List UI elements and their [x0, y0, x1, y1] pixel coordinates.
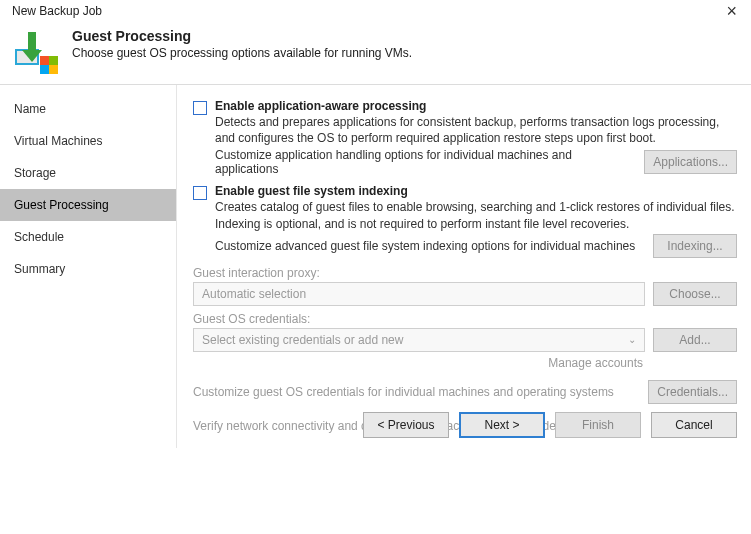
- chevron-down-icon: ⌄: [628, 334, 636, 345]
- sidebar-item-guest-processing[interactable]: Guest Processing: [0, 189, 176, 221]
- page-subtitle: Choose guest OS processing options avail…: [72, 46, 412, 60]
- previous-button[interactable]: < Previous: [363, 412, 449, 438]
- option-title: Enable guest file system indexing: [215, 184, 737, 198]
- finish-button[interactable]: Finish: [555, 412, 641, 438]
- sidebar-item-virtual-machines[interactable]: Virtual Machines: [0, 125, 176, 157]
- sidebar-item-label: Name: [14, 102, 46, 116]
- option-file-indexing: Enable guest file system indexing Create…: [193, 184, 737, 257]
- option-action-text: Customize advanced guest file system ind…: [215, 239, 645, 253]
- sidebar-item-label: Guest Processing: [14, 198, 109, 212]
- svg-rect-4: [49, 56, 58, 65]
- guest-processing-icon: [14, 28, 60, 74]
- main-panel: Enable application-aware processing Dete…: [177, 85, 751, 448]
- option-action-text: Customize application handling options f…: [215, 148, 636, 176]
- close-icon[interactable]: ×: [722, 4, 741, 18]
- sidebar-item-summary[interactable]: Summary: [0, 253, 176, 285]
- credentials-button[interactable]: Credentials...: [648, 380, 737, 404]
- checkbox-file-indexing[interactable]: [193, 186, 207, 200]
- sidebar: Name Virtual Machines Storage Guest Proc…: [0, 85, 177, 448]
- credentials-placeholder: Select existing credentials or add new: [202, 333, 403, 347]
- option-desc: Creates catalog of guest files to enable…: [215, 199, 737, 231]
- manage-accounts-link[interactable]: Manage accounts: [193, 356, 737, 370]
- sidebar-item-label: Schedule: [14, 230, 64, 244]
- wizard-footer: < Previous Next > Finish Cancel: [363, 412, 737, 438]
- sidebar-item-schedule[interactable]: Schedule: [0, 221, 176, 253]
- option-title: Enable application-aware processing: [215, 99, 737, 113]
- window-title: New Backup Job: [12, 4, 102, 18]
- cancel-button[interactable]: Cancel: [651, 412, 737, 438]
- option-desc: Detects and prepares applications for co…: [215, 114, 737, 146]
- sidebar-item-label: Storage: [14, 166, 56, 180]
- titlebar: New Backup Job ×: [0, 0, 751, 22]
- sidebar-item-label: Summary: [14, 262, 65, 276]
- indexing-button[interactable]: Indexing...: [653, 234, 737, 258]
- sidebar-item-label: Virtual Machines: [14, 134, 103, 148]
- svg-rect-3: [40, 56, 49, 65]
- checkbox-application-aware[interactable]: [193, 101, 207, 115]
- proxy-label: Guest interaction proxy:: [193, 266, 737, 280]
- customize-credentials-text: Customize guest OS credentials for indiv…: [193, 385, 640, 399]
- credentials-label: Guest OS credentials:: [193, 312, 737, 326]
- option-application-aware: Enable application-aware processing Dete…: [193, 99, 737, 176]
- svg-rect-1: [28, 32, 36, 50]
- next-button[interactable]: Next >: [459, 412, 545, 438]
- proxy-field[interactable]: Automatic selection: [193, 282, 645, 306]
- svg-rect-5: [40, 65, 49, 74]
- choose-proxy-button[interactable]: Choose...: [653, 282, 737, 306]
- proxy-value: Automatic selection: [202, 287, 306, 301]
- add-credentials-button[interactable]: Add...: [653, 328, 737, 352]
- credentials-select[interactable]: Select existing credentials or add new ⌄: [193, 328, 645, 352]
- svg-rect-6: [49, 65, 58, 74]
- header: Guest Processing Choose guest OS process…: [0, 22, 751, 82]
- sidebar-item-storage[interactable]: Storage: [0, 157, 176, 189]
- applications-button[interactable]: Applications...: [644, 150, 737, 174]
- page-title: Guest Processing: [72, 28, 412, 44]
- sidebar-item-name[interactable]: Name: [0, 93, 176, 125]
